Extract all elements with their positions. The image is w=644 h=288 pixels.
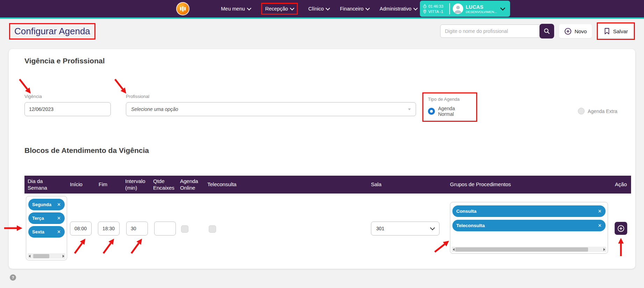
logo-bar: [180, 7, 181, 10]
search-group: [440, 24, 554, 38]
search-icon: [543, 28, 550, 35]
scroll-right-button[interactable]: [603, 247, 606, 252]
page: Meu menu Recepção Clínico Financeiro Adm…: [0, 0, 644, 288]
user-name-block: LUCAS DESENVOLVIMEN...: [466, 4, 497, 14]
profissional-select[interactable]: Selecione uma opção: [126, 102, 416, 116]
annotation-arrow-add: [618, 238, 624, 256]
close-icon[interactable]: ✕: [598, 209, 602, 214]
column-header-inicio: Início: [70, 181, 99, 188]
scroll-right-button[interactable]: [62, 253, 65, 259]
fim-input[interactable]: [98, 222, 120, 236]
dias-scrollbar[interactable]: [28, 253, 65, 259]
sala-select[interactable]: 301: [371, 222, 439, 236]
bookmark-icon: [604, 28, 610, 35]
chip-label: Sexta: [32, 229, 44, 234]
user-name: LUCAS: [466, 4, 497, 10]
logo-bar: [182, 6, 184, 12]
grupos-multiselect[interactable]: Consulta ✕ Teleconsulta ✕: [450, 202, 608, 254]
agenda-online-checkbox[interactable]: [181, 225, 188, 233]
chip-dia-sexta: Sexta ✕: [28, 226, 65, 238]
novo-button[interactable]: Novo: [559, 24, 592, 38]
close-icon[interactable]: ✕: [57, 202, 61, 207]
column-header-sala: Sala: [371, 181, 450, 188]
chip-label: Consulta: [456, 209, 477, 214]
triangle-right-icon: [603, 248, 607, 251]
qtde-encaixes-input[interactable]: [154, 222, 176, 236]
scroll-left-button[interactable]: [28, 253, 31, 259]
scroll-left-button[interactable]: [452, 247, 455, 252]
annotation-arrow-dias: [4, 225, 22, 231]
radio-agenda-normal[interactable]: [428, 108, 435, 115]
stopwatch-icon: [423, 4, 427, 8]
scrollbar-thumb[interactable]: [455, 247, 588, 252]
column-header-grupos: Grupos de Procedimentos: [450, 181, 612, 188]
sala-value: 301: [376, 226, 384, 231]
profissional-label: Profissional: [126, 94, 149, 99]
radio-row-agenda-extra: Agenda Extra: [578, 108, 617, 114]
section-title-blocos: Blocos de Atendimento da Vigência: [24, 146, 149, 155]
intervalo-input[interactable]: [126, 222, 148, 236]
app-logo[interactable]: [176, 2, 189, 15]
session-time: 01:46:33: [428, 4, 443, 8]
radio-agenda-extra[interactable]: [578, 108, 585, 114]
nav-label: Meu menu: [221, 6, 245, 12]
chevron-down-icon: [500, 6, 505, 10]
nav-item-administrativo[interactable]: Administrativo: [380, 6, 417, 12]
chevron-down-icon: [247, 6, 251, 10]
column-header-teleconsulta: Teleconsulta: [207, 181, 371, 188]
scrollbar-thumb[interactable]: [33, 254, 49, 258]
chip-grupo-consulta: Consulta ✕: [452, 205, 606, 217]
tipo-agenda-label: Tipo de Agenda: [428, 97, 472, 102]
divider: [449, 3, 450, 14]
column-header-qtde: Qtde Encaixes: [153, 178, 180, 191]
vigencia-input[interactable]: [24, 102, 111, 116]
page-header: Configurar Agenda Novo Salvar: [0, 19, 644, 43]
chip-dia-terca: Terça ✕: [28, 212, 65, 224]
nav-label: Financeiro: [340, 6, 364, 12]
section-title-vigencia: Vigência e Profissional: [24, 57, 105, 65]
column-header-dia: Dia da Semana: [28, 178, 52, 191]
radio-row-agenda-normal: Agenda Normal: [428, 106, 472, 117]
header-actions: Novo Salvar: [440, 22, 635, 40]
chevron-down-icon: [430, 225, 435, 230]
help-button[interactable]: ?: [10, 274, 16, 281]
search-button[interactable]: [539, 24, 554, 38]
annotation-box-tipo-agenda: Tipo de Agenda Agenda Normal: [422, 92, 477, 122]
person-icon: [453, 3, 463, 14]
main-nav: Meu menu Recepção Clínico Financeiro Adm…: [221, 0, 417, 17]
grupos-scrollbar[interactable]: [452, 247, 606, 252]
nav-item-recepcao[interactable]: Recepção: [261, 3, 298, 15]
close-icon[interactable]: ✕: [598, 223, 602, 228]
close-icon[interactable]: ✕: [57, 229, 61, 234]
chevron-down-icon: [365, 6, 370, 10]
logo-bar: [184, 7, 186, 10]
nav-item-clinico[interactable]: Clínico: [308, 6, 329, 12]
chevron-down-icon: [325, 6, 330, 10]
inicio-input[interactable]: [70, 222, 92, 236]
plus-circle-icon: [617, 225, 625, 232]
caret-down-icon: [408, 108, 411, 112]
nav-item-meu-menu[interactable]: Meu menu: [221, 6, 251, 12]
salvar-button[interactable]: Salvar: [599, 24, 633, 38]
scrollbar-track: [31, 253, 62, 259]
column-header-acao: Ação: [615, 181, 627, 188]
column-header-agenda-online: Agenda Online: [180, 178, 207, 191]
profissional-placeholder: Selecione uma opção: [131, 106, 178, 112]
add-block-button[interactable]: [615, 222, 627, 235]
nav-item-financeiro[interactable]: Financeiro: [340, 6, 369, 12]
dias-multiselect[interactable]: Segunda ✕ Terça ✕ Sexta ✕: [26, 196, 67, 260]
vigencia-label: Vigência: [24, 94, 42, 99]
config-card: Vigência e Profissional Vigência Profiss…: [9, 49, 635, 269]
nav-label: Recepção: [265, 6, 288, 12]
triangle-left-icon: [27, 255, 30, 258]
annotation-box-salvar: Salvar: [597, 22, 635, 40]
agenda-normal-label: Agenda Normal: [438, 106, 472, 117]
search-input[interactable]: [440, 24, 540, 38]
teleconsulta-checkbox[interactable]: [209, 225, 216, 233]
user-badge[interactable]: 01:46:33 VITTA -1 LUCAS DESENVOLVIMEN...: [420, 1, 510, 17]
triangle-right-icon: [63, 255, 66, 258]
close-icon[interactable]: ✕: [57, 216, 61, 221]
novo-label: Novo: [574, 28, 587, 34]
nav-label: Administrativo: [380, 6, 412, 12]
chip-label: Segunda: [32, 202, 51, 207]
